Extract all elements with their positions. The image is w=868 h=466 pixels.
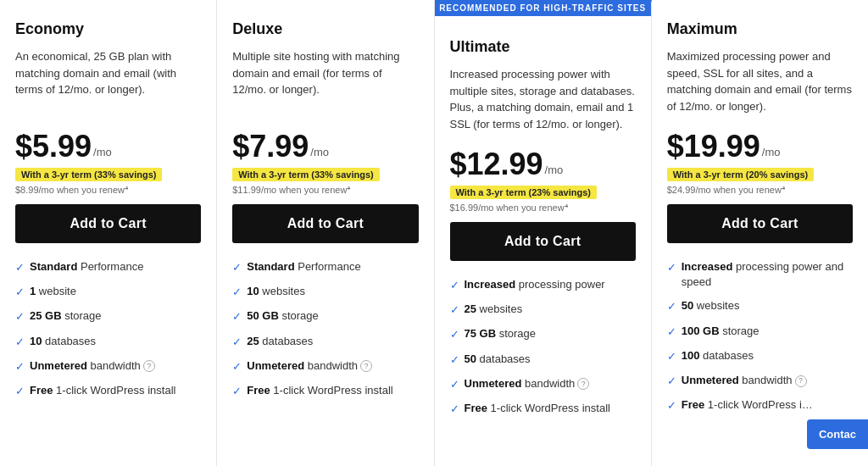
feature-text-ultimate-5: Free 1-click WordPress install — [465, 401, 610, 416]
feature-item-economy-5: ✓ Free 1-click WordPress install — [15, 379, 201, 403]
feature-text-ultimate-0: Increased processing power — [465, 277, 605, 292]
plan-name-deluxe: Deluxe — [232, 20, 418, 38]
feature-item-maximum-1: ✓ 50 websites — [667, 294, 853, 319]
feature-text-economy-1: 1 website — [30, 284, 76, 299]
renew-price-deluxe: $11.99/mo when you renew⁴ — [232, 185, 418, 196]
feature-item-ultimate-0: ✓ Increased processing power — [450, 273, 636, 297]
feature-text-ultimate-4: Unmetered bandwidth? — [465, 376, 590, 391]
feature-item-maximum-5: ✓ Free 1-click WordPress i… — [667, 393, 853, 418]
feature-item-economy-2: ✓ 25 GB storage — [15, 304, 201, 329]
price-deluxe: $7.99 — [232, 131, 309, 162]
add-to-cart-deluxe[interactable]: Add to Cart — [232, 204, 418, 243]
plan-col-ultimate: RECOMMENDED FOR HIGH-TRAFFIC SITESUltima… — [435, 0, 652, 466]
check-icon-ultimate-2: ✓ — [450, 327, 459, 342]
feature-item-maximum-4: ✓ Unmetered bandwidth? — [667, 369, 853, 393]
feature-text-maximum-5: Free 1-click WordPress i… — [682, 397, 813, 413]
info-icon-deluxe-4[interactable]: ? — [360, 360, 372, 372]
feature-item-economy-1: ✓ 1 website — [15, 280, 201, 304]
feature-item-deluxe-2: ✓ 50 GB storage — [232, 304, 418, 329]
savings-badge-maximum: With a 3-yr term (20% savings) — [667, 168, 814, 181]
feature-item-ultimate-5: ✓ Free 1-click WordPress install — [450, 397, 636, 421]
info-icon-ultimate-4[interactable]: ? — [577, 378, 589, 390]
info-icon-maximum-4[interactable]: ? — [795, 375, 807, 387]
feature-text-maximum-2: 100 GB storage — [682, 324, 760, 339]
feature-item-ultimate-4: ✓ Unmetered bandwidth? — [450, 372, 636, 397]
plan-name-maximum: Maximum — [667, 20, 853, 38]
price-mo-maximum: /mo — [762, 146, 781, 158]
feature-item-maximum-2: ✓ 100 GB storage — [667, 319, 853, 344]
feature-text-maximum-0: Increased processing power and speed — [682, 259, 853, 290]
features-list-ultimate: ✓ Increased processing power ✓ 25 websit… — [450, 273, 636, 421]
check-icon-economy-4: ✓ — [15, 359, 25, 374]
feature-item-maximum-0: ✓ Increased processing power and speed — [667, 255, 853, 294]
contact-button[interactable]: Contac — [807, 419, 868, 449]
feature-text-deluxe-1: 10 websites — [247, 284, 305, 299]
feature-text-economy-2: 25 GB storage — [30, 308, 102, 324]
price-maximum: $19.99 — [667, 131, 760, 162]
check-icon-maximum-5: ✓ — [667, 398, 676, 413]
plan-description-economy: An economical, 25 GB plan with matching … — [15, 48, 201, 116]
feature-item-ultimate-2: ✓ 75 GB storage — [450, 322, 636, 347]
add-to-cart-ultimate[interactable]: Add to Cart — [450, 222, 636, 261]
feature-item-economy-0: ✓ Standard Performance — [15, 255, 201, 280]
features-list-deluxe: ✓ Standard Performance ✓ 10 websites ✓ 5… — [232, 255, 418, 403]
feature-item-deluxe-0: ✓ Standard Performance — [232, 255, 418, 280]
check-icon-economy-0: ✓ — [15, 260, 25, 275]
check-icon-deluxe-5: ✓ — [232, 384, 242, 399]
check-icon-maximum-2: ✓ — [667, 325, 676, 340]
feature-text-deluxe-5: Free 1-click WordPress install — [247, 383, 392, 398]
feature-item-maximum-3: ✓ 100 databases — [667, 344, 853, 369]
plan-name-ultimate: Ultimate — [450, 38, 636, 56]
renew-price-maximum: $24.99/mo when you renew⁴ — [667, 185, 853, 196]
savings-badge-deluxe: With a 3-yr term (33% savings) — [232, 168, 379, 181]
feature-item-economy-3: ✓ 10 databases — [15, 330, 201, 354]
feature-item-deluxe-1: ✓ 10 websites — [232, 280, 418, 304]
renew-price-ultimate: $16.99/mo when you renew⁴ — [450, 202, 636, 214]
price-ultimate: $12.99 — [450, 149, 543, 180]
info-icon-economy-4[interactable]: ? — [143, 360, 155, 372]
features-list-maximum: ✓ Increased processing power and speed ✓… — [667, 255, 853, 418]
price-economy: $5.99 — [15, 131, 92, 162]
pricing-table: EconomyAn economical, 25 GB plan with ma… — [0, 0, 868, 466]
check-icon-ultimate-4: ✓ — [450, 377, 459, 392]
savings-badge-economy: With a 3-yr term (33% savings) — [15, 168, 162, 181]
feature-text-deluxe-2: 50 GB storage — [247, 308, 319, 324]
check-icon-maximum-0: ✓ — [667, 260, 676, 275]
feature-text-maximum-3: 100 databases — [682, 348, 754, 363]
feature-text-maximum-1: 50 websites — [682, 298, 740, 313]
check-icon-economy-3: ✓ — [15, 335, 25, 350]
check-icon-deluxe-2: ✓ — [232, 309, 242, 325]
feature-text-ultimate-2: 75 GB storage — [465, 326, 537, 341]
plan-col-economy: EconomyAn economical, 25 GB plan with ma… — [0, 0, 217, 466]
feature-text-ultimate-1: 25 websites — [465, 302, 523, 317]
check-icon-ultimate-3: ✓ — [450, 352, 459, 368]
renew-price-economy: $8.99/mo when you renew⁴ — [15, 185, 201, 196]
feature-item-deluxe-3: ✓ 25 databases — [232, 330, 418, 354]
price-mo-economy: /mo — [93, 146, 112, 158]
feature-item-deluxe-5: ✓ Free 1-click WordPress install — [232, 379, 418, 403]
check-icon-ultimate-0: ✓ — [450, 278, 459, 293]
check-icon-ultimate-5: ✓ — [450, 402, 459, 417]
plan-description-maximum: Maximized processing power and speed, SS… — [667, 48, 853, 116]
feature-text-deluxe-4: Unmetered bandwidth? — [247, 358, 372, 374]
feature-text-deluxe-3: 25 databases — [247, 334, 313, 349]
feature-item-ultimate-1: ✓ 25 websites — [450, 297, 636, 322]
add-to-cart-maximum[interactable]: Add to Cart — [667, 204, 853, 243]
price-mo-deluxe: /mo — [310, 146, 329, 158]
recommended-badge: RECOMMENDED FOR HIGH-TRAFFIC SITES — [435, 0, 651, 16]
check-icon-deluxe-0: ✓ — [232, 260, 242, 275]
add-to-cart-economy[interactable]: Add to Cart — [15, 204, 201, 243]
feature-text-economy-3: 10 databases — [30, 334, 96, 349]
feature-item-deluxe-4: ✓ Unmetered bandwidth? — [232, 354, 418, 379]
plan-description-ultimate: Increased processing power with multiple… — [450, 66, 636, 134]
feature-item-ultimate-3: ✓ 50 databases — [450, 347, 636, 372]
features-list-economy: ✓ Standard Performance ✓ 1 website ✓ 25 … — [15, 255, 201, 403]
plan-col-deluxe: DeluxeMultiple site hosting with matchin… — [217, 0, 434, 466]
check-icon-maximum-3: ✓ — [667, 349, 676, 364]
check-icon-deluxe-1: ✓ — [232, 285, 242, 300]
check-icon-economy-1: ✓ — [15, 285, 25, 300]
feature-item-economy-4: ✓ Unmetered bandwidth? — [15, 354, 201, 379]
check-icon-maximum-1: ✓ — [667, 299, 676, 314]
feature-text-deluxe-0: Standard Performance — [247, 259, 360, 275]
price-mo-ultimate: /mo — [545, 164, 564, 176]
